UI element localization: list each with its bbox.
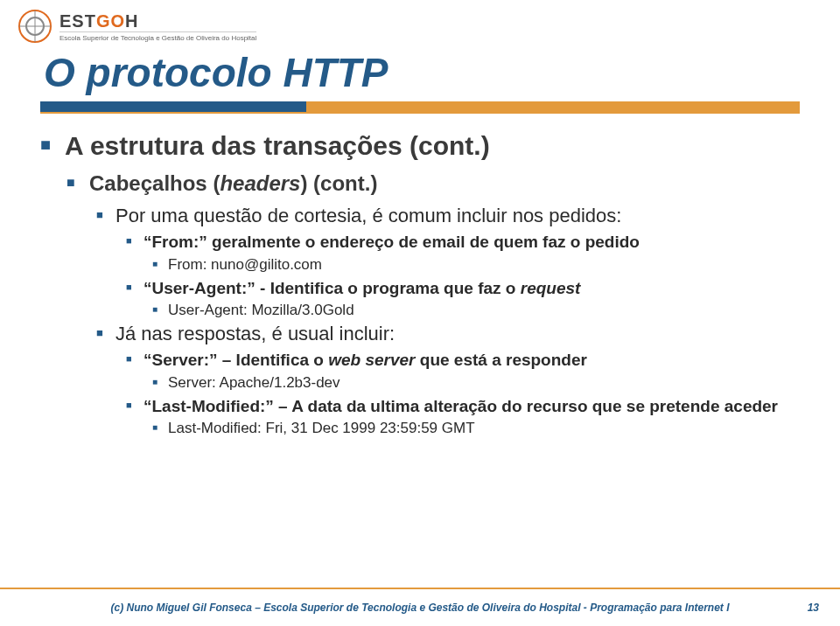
text-span: que está a responder bbox=[416, 351, 587, 369]
bullet-l5-from-example: From: nuno@gilito.com bbox=[152, 256, 800, 274]
slide: ESTGOH Escola Superior de Tecnologia e G… bbox=[0, 0, 840, 626]
bullet-l2-headers: Cabeçalhos (headers) (cont.) bbox=[66, 171, 800, 196]
page-number: 13 bbox=[808, 602, 819, 614]
title-underline-thin bbox=[40, 112, 800, 114]
logo-est: EST bbox=[60, 11, 96, 31]
logo-area: ESTGOH Escola Superior de Tecnologia e G… bbox=[16, 7, 256, 45]
logo-go: GO bbox=[96, 11, 125, 31]
bullet-l3-response: Já nas respostas, é usual incluir: bbox=[96, 323, 800, 345]
bullet-l4-useragent: “User-Agent:” - Identifica o programa qu… bbox=[126, 277, 800, 301]
footer: (c) Nuno Miguel Gil Fonseca – Escola Sup… bbox=[0, 602, 840, 614]
header-name: “From:” bbox=[144, 233, 207, 251]
title-underline-band bbox=[40, 101, 800, 112]
bullet-l5-lastmodified-example: Last-Modified: Fri, 31 Dec 1999 23:59:59… bbox=[152, 420, 800, 437]
logo-text: ESTGOH Escola Superior de Tecnologia e G… bbox=[60, 11, 256, 42]
bullet-l1: A estrutura das transações (cont.) bbox=[40, 131, 800, 161]
text-span: geralmente o endereço de email de quem f… bbox=[207, 233, 640, 251]
text-span-em: request bbox=[521, 279, 581, 297]
slide-title: O protocolo HTTP bbox=[44, 49, 388, 96]
header-name: “Server:” bbox=[144, 351, 218, 369]
logo-icon bbox=[16, 7, 54, 45]
content-area: A estrutura das transações (cont.) Cabeç… bbox=[40, 131, 800, 441]
text-span-em: headers bbox=[220, 171, 300, 195]
text-span: – Identifica o bbox=[218, 351, 329, 369]
bullet-l4-lastmodified: “Last-Modified:” – A data da ultima alte… bbox=[126, 395, 800, 419]
logo-h: H bbox=[125, 11, 138, 31]
logo-wordmark: ESTGOH bbox=[60, 11, 256, 31]
text-span: ) (cont.) bbox=[300, 171, 377, 195]
footer-divider bbox=[0, 588, 840, 589]
bullet-l5-useragent-example: User-Agent: Mozilla/3.0Gold bbox=[152, 302, 800, 319]
bullet-l3-request: Por uma questão de cortesia, é comum inc… bbox=[96, 205, 800, 227]
header-name: “Last-Modified:” bbox=[144, 397, 274, 415]
text-span-em: web server bbox=[328, 351, 415, 369]
bullet-l4-server: “Server:” – Identifica o web server que … bbox=[126, 349, 800, 372]
text-span: Identifica o programa que faz o bbox=[270, 279, 521, 297]
bullet-l5-server-example: Server: Apache/1.2b3-dev bbox=[152, 374, 800, 392]
bullet-l4-from: “From:” geralmente o endereço de email d… bbox=[126, 231, 800, 254]
logo-subtitle: Escola Superior de Tecnologia e Gestão d… bbox=[60, 31, 256, 42]
footer-text: (c) Nuno Miguel Gil Fonseca – Escola Sup… bbox=[110, 602, 729, 614]
text-span: Cabeçalhos ( bbox=[89, 171, 220, 195]
text-span: – A data da ultima alteração do recurso … bbox=[274, 397, 778, 415]
header-name: “User-Agent:” - bbox=[144, 279, 270, 297]
